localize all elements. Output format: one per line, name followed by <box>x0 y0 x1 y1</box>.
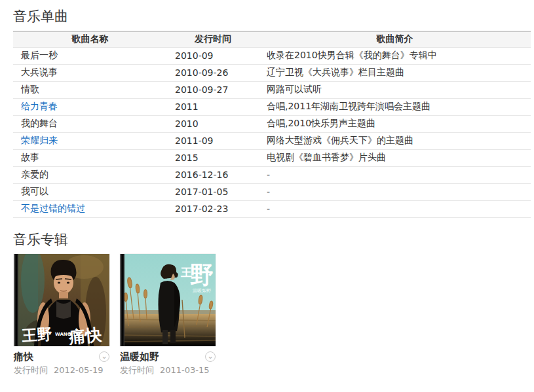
release-date-cell: 2010 <box>167 115 259 132</box>
song-name: 亲爱的 <box>21 169 48 179</box>
release-date-cell: 2016-12-16 <box>167 166 259 183</box>
cover-sub-text: 温暖如野 <box>193 288 211 293</box>
song-description-cell: 网络大型游戏《佣兵天下》的主题曲 <box>259 132 531 149</box>
column-header-release-date: 发行时间 <box>167 31 259 47</box>
release-date: 2011-03-15 <box>160 365 210 376</box>
song-description-cell: 电视剧《碧血书香梦》片头曲 <box>259 149 531 166</box>
release-date-cell: 2011 <box>167 98 259 115</box>
release-date: 2012-05-19 <box>54 365 104 376</box>
song-description-cell: 收录在2010快男合辑《我的舞台》专辑中 <box>259 47 531 64</box>
column-header-song-name: 歌曲名称 <box>13 31 167 47</box>
table-header-row: 歌曲名称 发行时间 歌曲简介 <box>13 31 531 47</box>
song-description-cell: - <box>259 166 531 183</box>
column-header-description: 歌曲简介 <box>259 31 531 47</box>
table-row: 情歌 2010-09-27 网路可以试听 <box>13 81 531 98</box>
song-description-cell: 合唱,2010快乐男声主题曲 <box>259 115 531 132</box>
album-title: 温暖如野 <box>120 351 159 363</box>
song-name-cell: 亲爱的 <box>13 166 167 183</box>
song-name: 我的舞台 <box>21 118 58 128</box>
release-date-cell: 2017-02-23 <box>167 200 259 217</box>
albums-section: 音乐专辑 <box>0 231 534 376</box>
table-row: 最后一秒 2010-09 收录在2010快男合辑《我的舞台》专辑中 <box>13 47 531 64</box>
album-spine <box>14 254 18 346</box>
album-cover[interactable]: 王 野 温暖如野 <box>120 254 216 346</box>
song-description-cell: 网路可以试听 <box>259 81 531 98</box>
song-description-cell: 辽宁卫视《大兵说事》栏目主题曲 <box>259 64 531 81</box>
song-name-cell: 故事 <box>13 149 167 166</box>
album-title: 痛快 <box>14 351 33 363</box>
album-card: 王野 WANG YE 痛快 痛快 ⌄ 发行时间 2012-05-19 <box>14 254 109 376</box>
release-date-cell: 2010-09-26 <box>167 64 259 81</box>
song-name-cell: 不是过错的错过 <box>13 200 167 217</box>
album-head: 痛快 ⌄ <box>14 351 109 363</box>
song-description-cell: 合唱,2011年湖南卫视跨年演唱会主题曲 <box>259 98 531 115</box>
song-name: 情歌 <box>21 84 39 94</box>
release-label: 发行时间 <box>120 365 154 376</box>
album-art-wennuanruye: 王 野 温暖如野 <box>124 254 216 346</box>
release-date-cell: 2017-01-05 <box>167 183 259 200</box>
table-row: 故事 2015 电视剧《碧血书香梦》片头曲 <box>13 149 531 166</box>
release-label: 发行时间 <box>14 365 48 376</box>
chevron-down-icon[interactable]: ⌄ <box>205 351 216 362</box>
album-cover-art: 王野 WANG YE 痛快 <box>18 254 109 346</box>
cover-album-text: 痛快 <box>67 325 103 346</box>
song-name: 我可以 <box>21 186 48 196</box>
album-card: 王 野 温暖如野 温暖如野 ⌄ 发行时间 2011-03-15 <box>120 254 216 376</box>
release-date-cell: 2011-09 <box>167 132 259 149</box>
album-cover-art: 王 野 温暖如野 <box>124 254 216 346</box>
album-cover[interactable]: 王野 WANG YE 痛快 <box>14 254 109 346</box>
album-head: 温暖如野 ⌄ <box>120 351 216 363</box>
song-name-cell: 我的舞台 <box>13 115 167 132</box>
singles-section-title: 音乐单曲 <box>13 8 534 25</box>
table-row: 大兵说事 2010-09-26 辽宁卫视《大兵说事》栏目主题曲 <box>13 64 531 81</box>
release-date-cell: 2015 <box>167 149 259 166</box>
albums-section-title: 音乐专辑 <box>13 231 534 248</box>
release-date-cell: 2010-09-27 <box>167 81 259 98</box>
album-art-tongkuai: 王野 WANG YE 痛快 <box>18 254 109 346</box>
album-spine <box>120 254 124 346</box>
singles-table: 歌曲名称 发行时间 歌曲简介 最后一秒 2010-09 收录在2010快男合辑《… <box>13 31 531 218</box>
song-name-cell: 给力青春 <box>13 98 167 115</box>
release-date-cell: 2010-09 <box>167 47 259 64</box>
album-release: 发行时间 2011-03-15 <box>120 365 216 376</box>
song-name: 大兵说事 <box>21 67 58 77</box>
table-row: 亲爱的 2016-12-16 - <box>13 166 531 183</box>
song-name[interactable]: 荣耀归来 <box>21 135 58 145</box>
chevron-down-icon[interactable]: ⌄ <box>99 351 109 362</box>
singles-section: 音乐单曲 歌曲名称 发行时间 歌曲简介 最后一秒 2010-09 收录在2010… <box>0 8 534 218</box>
song-name: 最后一秒 <box>21 50 58 60</box>
cover-artist-big-text: 野 <box>190 261 214 288</box>
album-release: 发行时间 2012-05-19 <box>14 365 109 376</box>
song-name[interactable]: 给力青春 <box>21 101 58 111</box>
cover-artist-text: 王野 <box>21 325 53 344</box>
table-row: 荣耀归来 2011-09 网络大型游戏《佣兵天下》的主题曲 <box>13 132 531 149</box>
albums-list: 王野 WANG YE 痛快 痛快 ⌄ 发行时间 2012-05-19 <box>14 254 534 376</box>
table-row: 我可以 2017-01-05 - <box>13 183 531 200</box>
song-name-cell: 荣耀归来 <box>13 132 167 149</box>
song-name-cell: 最后一秒 <box>13 47 167 64</box>
table-row: 不是过错的错过 2017-02-23 - <box>13 200 531 217</box>
song-name-cell: 大兵说事 <box>13 64 167 81</box>
song-name-cell: 情歌 <box>13 81 167 98</box>
song-description-cell: - <box>259 183 531 200</box>
song-description-cell: - <box>259 200 531 217</box>
table-row: 给力青春 2011 合唱,2011年湖南卫视跨年演唱会主题曲 <box>13 98 531 115</box>
song-name: 故事 <box>21 152 39 162</box>
table-row: 我的舞台 2010 合唱,2010快乐男声主题曲 <box>13 115 531 132</box>
song-name[interactable]: 不是过错的错过 <box>21 203 85 213</box>
song-name-cell: 我可以 <box>13 183 167 200</box>
